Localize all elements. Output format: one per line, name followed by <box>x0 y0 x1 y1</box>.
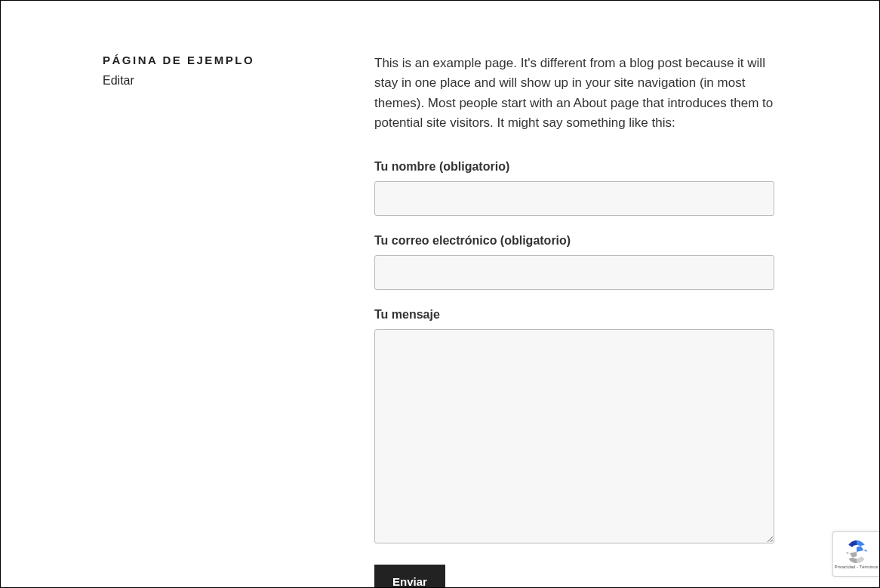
name-input[interactable] <box>374 181 774 216</box>
email-input[interactable] <box>374 255 774 290</box>
edit-link[interactable]: Editar <box>103 74 134 87</box>
email-label: Tu correo electrónico (obligatorio) <box>374 234 774 248</box>
recaptcha-links[interactable]: Privacidad - Términos <box>834 565 878 569</box>
sidebar: PÁGINA DE EJEMPLO Editar <box>103 54 374 588</box>
recaptcha-icon <box>845 540 868 563</box>
contact-form: Tu nombre (obligatorio) Tu correo electr… <box>374 160 774 588</box>
message-textarea[interactable] <box>374 329 774 543</box>
submit-button[interactable]: Enviar <box>374 565 445 588</box>
message-label: Tu mensaje <box>374 308 774 322</box>
name-label: Tu nombre (obligatorio) <box>374 160 774 174</box>
main-content: This is an example page. It's different … <box>374 54 774 588</box>
page-title: PÁGINA DE EJEMPLO <box>103 54 374 66</box>
intro-paragraph: This is an example page. It's different … <box>374 54 774 133</box>
recaptcha-badge[interactable]: Privacidad - Términos <box>832 531 879 577</box>
